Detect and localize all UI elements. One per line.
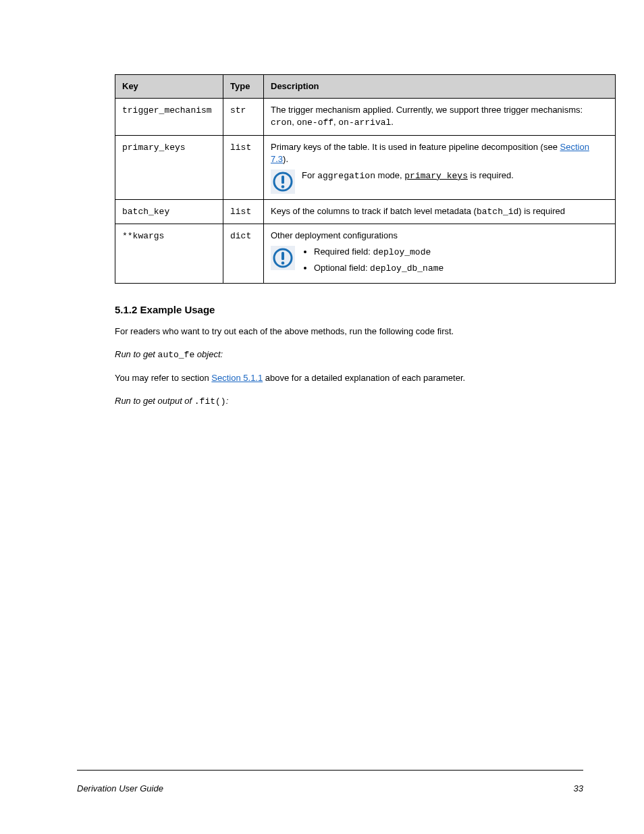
paragraph: For readers who want to try out each of … [115, 325, 614, 338]
desc-batch-key: Keys of the columns to track if batch le… [264, 199, 616, 224]
desc-trigger: The trigger mechanism applied. Currently… [264, 99, 616, 135]
param-primary-keys: primary_keys [122, 142, 186, 153]
svg-rect-4 [281, 252, 284, 260]
footer-divider [77, 770, 583, 771]
table-row: trigger_mechanism str The trigger mechan… [115, 99, 616, 135]
run-heading: Run to get output of .fit(): [115, 394, 614, 409]
section-heading-example-usage: 5.1.2 Example Usage [115, 304, 583, 315]
type-list: list [230, 142, 251, 153]
svg-point-5 [281, 262, 285, 265]
type-list: list [230, 207, 251, 217]
run-heading: Run to get auto_fe object: [115, 348, 614, 362]
param-kwargs: **kwargs [122, 231, 164, 241]
info-icon [271, 170, 295, 194]
paragraph: You may refer to section Section 5.1.1 a… [115, 371, 614, 385]
footer-title: Derivation User Guide [77, 783, 163, 793]
info-icon [271, 246, 295, 270]
param-batch-key: batch_key [122, 207, 169, 217]
list-item: Required field: deploy_mode [314, 246, 608, 259]
table-header-row: Key Type Description [115, 75, 616, 99]
param-trigger-mechanism: trigger_mechanism [122, 105, 212, 115]
type-str: str [230, 105, 246, 115]
col-key-header: Key [115, 75, 223, 99]
table-row: primary_keys list Primary keys of the ta… [115, 135, 616, 199]
page-footer: Derivation User Guide 33 [77, 783, 583, 793]
table-row: **kwargs dict Other deployment configura… [115, 224, 616, 284]
svg-rect-1 [281, 176, 284, 184]
parameter-table: Key Type Description trigger_mechanism s… [115, 74, 616, 284]
footer-page-number: 33 [574, 783, 583, 793]
desc-primary: Primary keys of the table. It is used in… [264, 135, 616, 199]
svg-point-2 [281, 185, 285, 188]
list-item: Optional field: deploy_db_name [314, 262, 608, 275]
link-section-5-1-1[interactable]: Section 5.1.1 [211, 373, 263, 383]
table-row: batch_key list Keys of the columns to tr… [115, 199, 616, 224]
col-desc-header: Description [264, 75, 616, 99]
type-dict: dict [230, 231, 251, 241]
desc-kwargs: Other deployment configurations Required… [264, 224, 616, 284]
col-type-header: Type [223, 75, 264, 99]
